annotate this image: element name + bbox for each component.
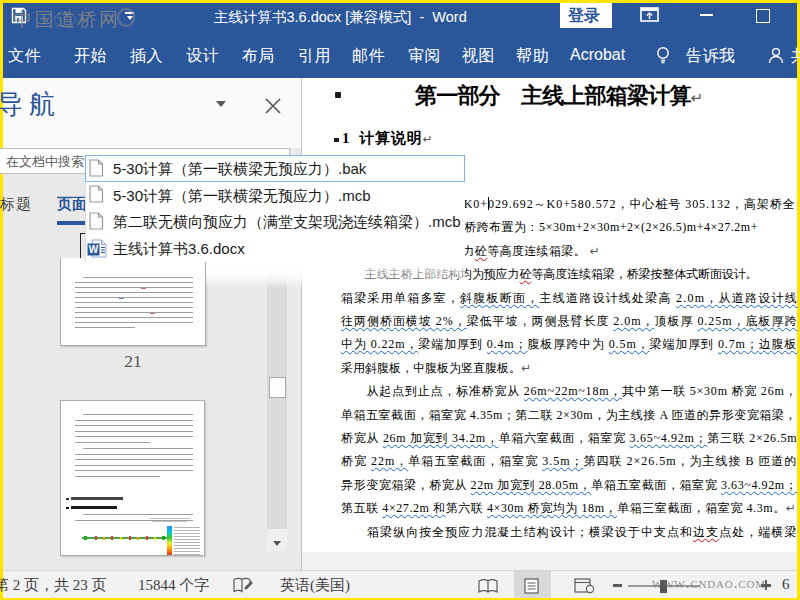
svg-text:W: W [89,244,99,255]
